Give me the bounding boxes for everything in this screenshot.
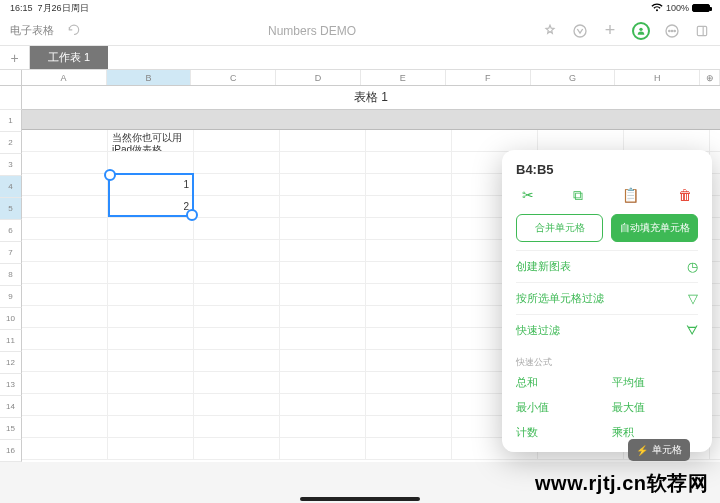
delete-icon[interactable]: 🗑 [678,187,692,204]
row-3[interactable]: 3 [0,154,22,176]
more-icon[interactable] [664,23,680,39]
row-1[interactable]: 1 [0,110,22,132]
watermark: www.rjtj.cn软荐网 [535,470,708,497]
svg-rect-6 [697,26,706,35]
add-sheet-button[interactable]: + [0,46,30,69]
svg-point-5 [674,30,675,31]
quick-formula-label: 快速公式 [516,356,698,369]
row-2[interactable]: 2 [0,132,22,154]
wifi-icon [651,3,663,14]
table-header-row[interactable] [22,110,720,130]
col-h[interactable]: H [615,70,700,85]
svg-point-4 [671,30,672,31]
status-date: 7月26日周日 [38,3,89,13]
row-12[interactable]: 12 [0,352,22,374]
row-16[interactable]: 16 [0,440,22,462]
row-15[interactable]: 15 [0,418,22,440]
bolt-icon: ⚡ [636,445,648,456]
sum-button[interactable]: 总和 [516,375,602,390]
row-14[interactable]: 14 [0,396,22,418]
tab-sheet1[interactable]: 工作表 1 [30,46,108,69]
quick-filter-row[interactable]: 快速过滤ᗊ [516,314,698,346]
row-11[interactable]: 11 [0,330,22,352]
row-5[interactable]: 5 [0,198,22,220]
autofill-button[interactable]: 自动填充单元格 [611,214,698,242]
row-7[interactable]: 7 [0,242,22,264]
new-chart-row[interactable]: 创建新图表◷ [516,250,698,282]
col-e[interactable]: E [361,70,446,85]
add-icon[interactable]: + [602,23,618,39]
col-d[interactable]: D [276,70,361,85]
panel-icon[interactable] [694,23,710,39]
col-g[interactable]: G [531,70,616,85]
battery-icon [692,4,710,12]
svg-point-3 [669,30,670,31]
copy-icon[interactable]: ⧉ [573,187,583,204]
quick-filter-icon: ᗊ [686,323,698,339]
row-10[interactable]: 10 [0,308,22,330]
status-time: 16:15 [10,3,33,13]
row-8[interactable]: 8 [0,264,22,286]
product-button[interactable]: 乘积 [612,425,698,440]
cell-pill[interactable]: ⚡单元格 [628,439,690,461]
doc-title: Numbers DEMO [82,24,542,38]
col-b[interactable]: B [107,70,192,85]
count-button[interactable]: 计数 [516,425,602,440]
col-f[interactable]: F [446,70,531,85]
row-6[interactable]: 6 [0,220,22,242]
paste-icon[interactable]: 📋 [622,187,639,204]
merge-button[interactable]: 合并单元格 [516,214,603,242]
row-4[interactable]: 4 [0,176,22,198]
min-button[interactable]: 最小值 [516,400,602,415]
cut-icon[interactable]: ✂ [522,187,534,204]
collab-icon[interactable] [632,22,650,40]
clock-icon: ◷ [687,259,698,274]
col-a[interactable]: A [22,70,107,85]
col-c[interactable]: C [191,70,276,85]
undo-icon[interactable] [66,23,82,39]
cell-popover: B4:B5 ✂ ⧉ 📋 🗑 合并单元格 自动填充单元格 创建新图表◷ 按所选单元… [502,150,712,452]
cell-b5[interactable]: 2 [108,196,194,217]
fn-icon[interactable]: ⊕ [700,70,720,85]
avg-button[interactable]: 平均值 [612,375,698,390]
filter-icon: ▽ [688,291,698,306]
highlight-icon[interactable] [542,23,558,39]
svg-point-0 [574,25,586,37]
row-9[interactable]: 9 [0,286,22,308]
selection-ref: B4:B5 [516,162,698,177]
max-button[interactable]: 最大值 [612,400,698,415]
home-indicator [300,497,420,501]
table-title[interactable]: 表格 1 [22,86,720,110]
cell-b4[interactable]: 1 [108,174,194,195]
svg-point-1 [639,27,642,30]
row-13[interactable]: 13 [0,374,22,396]
format-icon[interactable] [572,23,588,39]
battery-pct: 100% [666,3,689,13]
back-button[interactable]: 电子表格 [10,23,54,38]
cell-b2[interactable]: 当然你也可以用 iPad做表格 [108,130,194,151]
filter-sel-row[interactable]: 按所选单元格过滤▽ [516,282,698,314]
